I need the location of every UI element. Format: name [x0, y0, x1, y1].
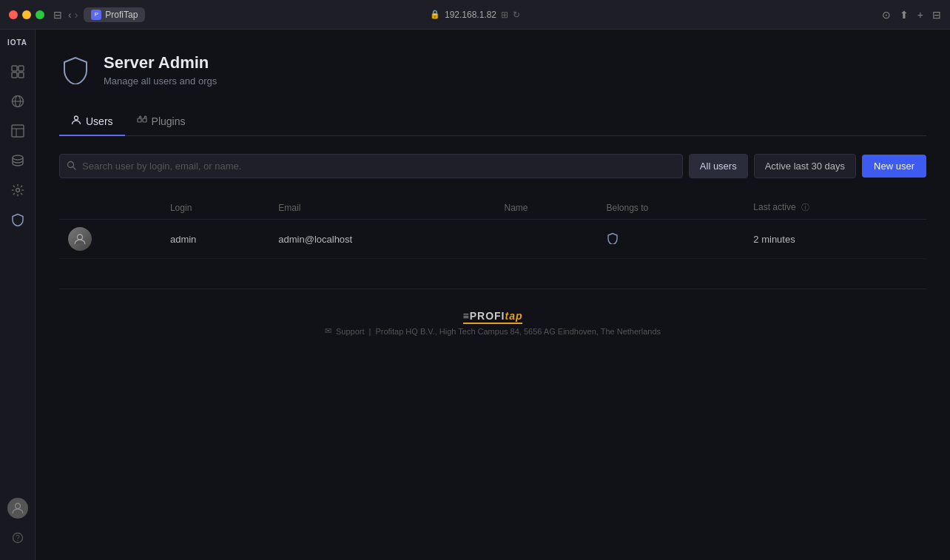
sidebar-item-globe[interactable] — [4, 88, 31, 115]
storage-icon — [11, 154, 24, 167]
footer-logo: ≡PROFItap — [59, 310, 926, 322]
col-header-login: Login — [161, 196, 269, 220]
col-header-last-active: Last active ⓘ — [744, 196, 926, 220]
browser-tab[interactable]: P ProfiTap — [84, 7, 145, 22]
col-header-avatar — [59, 196, 161, 220]
user-last-active: 2 minutes — [744, 220, 926, 259]
sidebar-item-storage[interactable] — [4, 147, 31, 174]
search-input-wrap — [59, 154, 683, 178]
svg-rect-0 — [12, 66, 17, 71]
last-active-info-icon[interactable]: ⓘ — [801, 203, 809, 212]
dashboard-icon — [11, 65, 24, 78]
page-title-block: Server Admin Manage all users and orgs — [104, 53, 217, 87]
users-table: Login Email Name Belongs to Last active … — [59, 196, 926, 259]
footer-support: ✉ Support | Profitap HQ B.V., High Tech … — [59, 326, 926, 336]
all-users-filter-button[interactable]: All users — [689, 154, 748, 178]
tab-plugins[interactable]: Plugins — [125, 107, 198, 136]
user-avatar — [68, 227, 92, 251]
user-login: admin — [161, 220, 269, 259]
search-bar: All users Active last 30 days New user — [59, 154, 926, 178]
sidebar-item-shield[interactable] — [4, 206, 31, 233]
reload-icon[interactable]: ↻ — [513, 10, 520, 20]
svg-rect-7 — [12, 125, 24, 137]
page-subtitle: Manage all users and orgs — [104, 75, 217, 87]
col-header-name: Name — [496, 196, 598, 220]
svg-rect-1 — [18, 66, 24, 71]
table-row[interactable]: admin admin@localhost 2 minutes — [59, 220, 926, 259]
new-tab-icon[interactable]: + — [917, 9, 923, 21]
title-bar-left: ⊟ ‹ › P ProfiTap — [53, 7, 145, 22]
back-button[interactable]: ‹ — [68, 9, 72, 21]
share-icon[interactable]: ⬆ — [900, 9, 909, 21]
svg-point-20 — [78, 235, 83, 240]
maximize-button[interactable] — [36, 10, 44, 19]
user-avatar-cell — [59, 220, 161, 259]
lock-icon: 🔒 — [430, 10, 440, 19]
search-icon — [67, 161, 76, 172]
sidebar: IOTA — [0, 30, 36, 560]
svg-point-10 — [13, 155, 23, 160]
user-email: admin@localhost — [269, 220, 495, 259]
nav-arrows: ‹ › — [68, 9, 78, 21]
url-text: 192.168.1.82 — [445, 10, 496, 20]
tab-users-label: Users — [86, 115, 113, 127]
table-header-row: Login Email Name Belongs to Last active … — [59, 196, 926, 220]
col-header-email: Email — [269, 196, 495, 220]
page-header: Server Admin Manage all users and orgs — [59, 53, 926, 87]
main-layout: IOTA — [0, 30, 950, 560]
address-bar[interactable]: 🔒 192.168.1.82 ⊞ ↻ — [430, 10, 520, 20]
profitap-tab-icon: P — [91, 10, 101, 20]
table-icon — [11, 124, 24, 138]
svg-rect-3 — [18, 72, 24, 78]
sidebar-avatar[interactable] — [7, 498, 28, 519]
support-separator: | — [369, 327, 371, 336]
page-header-icon — [59, 53, 92, 86]
envelope-icon: ✉ — [325, 326, 331, 336]
user-name — [496, 220, 598, 259]
tab-label: ProfiTap — [105, 10, 138, 20]
forward-button[interactable]: › — [75, 9, 78, 21]
footer: ≡PROFItap ✉ Support | Profitap HQ B.V., … — [59, 289, 926, 351]
svg-rect-17 — [143, 118, 146, 122]
sidebar-toggle-icon[interactable]: ⊟ — [53, 9, 62, 21]
history-icon[interactable]: ⊙ — [882, 9, 891, 21]
help-icon: ? — [12, 532, 24, 544]
globe-icon — [11, 95, 24, 108]
page-title: Server Admin — [104, 53, 217, 72]
svg-point-12 — [15, 504, 20, 509]
sidebar-logo: IOTA — [7, 38, 27, 47]
svg-point-11 — [16, 189, 19, 192]
sidebar-item-dashboard[interactable] — [4, 58, 31, 85]
tabs-icon[interactable]: ⊟ — [932, 9, 941, 21]
tab-plugins-label: Plugins — [152, 115, 186, 127]
svg-rect-2 — [12, 72, 17, 78]
title-bar-right: ⊙ ⬆ + ⊟ — [882, 9, 941, 21]
svg-point-15 — [75, 116, 78, 120]
svg-point-18 — [68, 161, 74, 167]
users-tab-icon — [71, 115, 81, 127]
sidebar-bottom: ? — [4, 498, 31, 551]
tab-users[interactable]: Users — [59, 107, 125, 136]
belongs-to-shield-icon — [607, 232, 619, 244]
sidebar-item-help[interactable]: ? — [4, 524, 31, 551]
tabs: Users Plugins — [59, 107, 926, 136]
close-button[interactable] — [9, 10, 18, 19]
active-30-filter-button[interactable]: Active last 30 days — [754, 154, 856, 178]
support-label: Support — [336, 327, 365, 336]
col-header-belongs-to: Belongs to — [598, 196, 745, 220]
reader-icon: ⊞ — [501, 10, 508, 20]
title-bar: ⊟ ‹ › P ProfiTap 🔒 192.168.1.82 ⊞ ↻ ⊙ ⬆ … — [0, 0, 950, 30]
svg-line-19 — [73, 167, 75, 169]
minimize-button[interactable] — [22, 10, 31, 19]
new-user-button[interactable]: New user — [862, 155, 926, 178]
sidebar-item-table[interactable] — [4, 118, 31, 144]
search-input[interactable] — [59, 154, 683, 178]
traffic-lights — [9, 10, 44, 19]
sidebar-item-settings[interactable] — [4, 177, 31, 203]
svg-text:?: ? — [16, 534, 20, 542]
main-content: Server Admin Manage all users and orgs U… — [36, 30, 950, 560]
footer-address: Profitap HQ B.V., High Tech Campus 84, 5… — [375, 327, 661, 336]
server-admin-shield-icon — [61, 55, 90, 84]
footer-logo-text: ≡PROFItap — [463, 310, 523, 324]
user-avatar-icon — [11, 502, 24, 515]
